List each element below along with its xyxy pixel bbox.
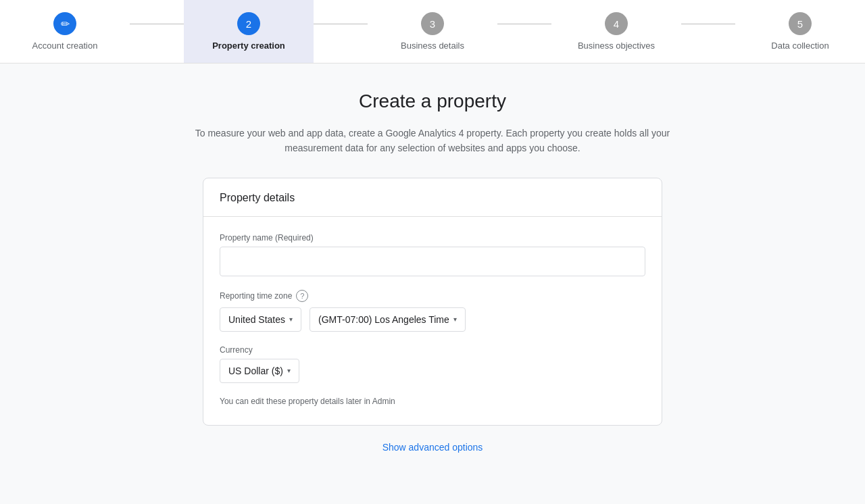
currency-select[interactable]: US Dollar ($) ▾ xyxy=(220,359,299,383)
step-property-creation[interactable]: 2 Property creation xyxy=(184,0,314,63)
step-business-details[interactable]: 3 Business details xyxy=(368,0,497,63)
step-label-1: Account creation xyxy=(32,41,98,51)
currency-chevron-icon: ▾ xyxy=(287,367,291,374)
page-title: Create a property xyxy=(359,91,506,112)
currency-value: US Dollar ($) xyxy=(228,366,283,376)
show-advanced-link[interactable]: Show advanced options xyxy=(382,442,483,453)
pencil-icon: ✏ xyxy=(61,18,70,30)
timezone-select[interactable]: (GMT-07:00) Los Angeles Time ▾ xyxy=(310,307,466,332)
step-circle-2: 2 xyxy=(237,12,260,35)
currency-label: Currency xyxy=(220,345,645,355)
step-label-3: Business details xyxy=(401,41,464,51)
step-number-4: 4 xyxy=(614,18,619,30)
country-chevron-icon: ▾ xyxy=(289,316,293,323)
page-description: To measure your web and app data, create… xyxy=(176,126,689,156)
step-account-creation[interactable]: ✏ Account creation xyxy=(0,0,130,63)
step-business-objectives[interactable]: 4 Business objectives xyxy=(551,0,681,63)
timezone-chevron-icon: ▾ xyxy=(453,316,457,323)
property-details-card: Property details Property name (Required… xyxy=(203,178,662,426)
stepper: ✏ Account creation 2 Property creation 3… xyxy=(0,0,865,64)
step-number-2: 2 xyxy=(246,18,251,30)
card-body: Property name (Required) Reporting time … xyxy=(203,217,662,425)
country-select[interactable]: United States ▾ xyxy=(220,307,301,332)
step-label-5: Data collection xyxy=(771,41,829,51)
timezone-label-row: Reporting time zone ? xyxy=(220,290,645,302)
main-content: Create a property To measure your web an… xyxy=(0,64,865,480)
connector-3-4 xyxy=(497,24,551,24)
step-circle-1: ✏ xyxy=(53,12,76,35)
step-number-5: 5 xyxy=(797,18,803,30)
step-number-3: 3 xyxy=(430,18,435,30)
card-header-title: Property details xyxy=(220,192,295,203)
step-data-collection[interactable]: 5 Data collection xyxy=(735,0,865,63)
step-circle-3: 3 xyxy=(421,12,444,35)
connector-2-3 xyxy=(314,24,368,24)
timezone-value: (GMT-07:00) Los Angeles Time xyxy=(318,314,449,325)
help-icon-timezone[interactable]: ? xyxy=(296,290,308,302)
card-header: Property details xyxy=(203,178,662,217)
connector-1-2 xyxy=(130,24,184,24)
connector-4-5 xyxy=(681,24,735,24)
property-name-input[interactable] xyxy=(220,247,645,276)
currency-section: Currency US Dollar ($) ▾ xyxy=(220,345,645,383)
step-circle-5: 5 xyxy=(789,12,812,35)
step-circle-4: 4 xyxy=(605,12,628,35)
step-label-4: Business objectives xyxy=(578,41,655,51)
property-name-label: Property name (Required) xyxy=(220,233,645,243)
step-label-2: Property creation xyxy=(212,41,285,51)
timezone-select-row: United States ▾ (GMT-07:00) Los Angeles … xyxy=(220,307,645,332)
footer-note: You can edit these property details late… xyxy=(220,397,645,406)
country-value: United States xyxy=(228,314,285,325)
timezone-label: Reporting time zone xyxy=(220,291,292,301)
